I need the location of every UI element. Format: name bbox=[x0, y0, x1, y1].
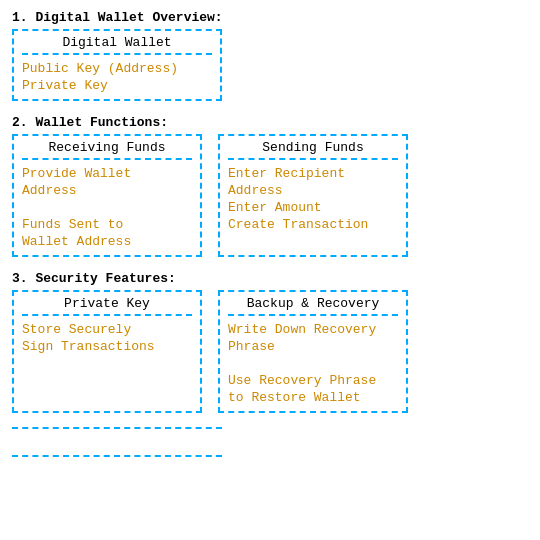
br-line-2: Phrase bbox=[228, 339, 398, 354]
digital-wallet-title: Digital Wallet bbox=[22, 35, 212, 55]
private-key-box: Private Key Store Securely Sign Transact… bbox=[12, 290, 202, 413]
rf-line-3 bbox=[22, 200, 192, 215]
rf-line-2: Address bbox=[22, 183, 192, 198]
br-line-5: to Restore Wallet bbox=[228, 390, 398, 405]
pk-line-1: Store Securely bbox=[22, 322, 192, 337]
private-key-title: Private Key bbox=[22, 296, 192, 316]
section-2-boxes: Receiving Funds Provide Wallet Address F… bbox=[12, 134, 528, 257]
backup-recovery-title: Backup & Recovery bbox=[228, 296, 398, 316]
page-content: 1. Digital Wallet Overview: Digital Wall… bbox=[12, 10, 528, 457]
sf-line-4: Create Transaction bbox=[228, 217, 398, 232]
sending-funds-title: Sending Funds bbox=[228, 140, 398, 160]
receiving-funds-box: Receiving Funds Provide Wallet Address F… bbox=[12, 134, 202, 257]
digital-wallet-content: Public Key (Address) Private Key bbox=[22, 59, 212, 93]
section-3: 3. Security Features: Private Key Store … bbox=[12, 271, 528, 413]
bottom-dashed-area bbox=[12, 427, 222, 457]
receiving-funds-title: Receiving Funds bbox=[22, 140, 192, 160]
section-2: 2. Wallet Functions: Receiving Funds Pro… bbox=[12, 115, 528, 257]
section-1: 1. Digital Wallet Overview: Digital Wall… bbox=[12, 10, 528, 101]
rf-line-5: Wallet Address bbox=[22, 234, 192, 249]
sf-line-2: Address bbox=[228, 183, 398, 198]
section-2-title: 2. Wallet Functions: bbox=[12, 115, 528, 130]
sf-line-1: Enter Recipient bbox=[228, 166, 398, 181]
backup-recovery-content: Write Down Recovery Phrase Use Recovery … bbox=[228, 320, 398, 405]
receiving-funds-content: Provide Wallet Address Funds Sent to Wal… bbox=[22, 164, 192, 249]
section-3-boxes: Private Key Store Securely Sign Transact… bbox=[12, 290, 528, 413]
br-line-1: Write Down Recovery bbox=[228, 322, 398, 337]
private-key-content: Store Securely Sign Transactions bbox=[22, 320, 192, 354]
line-public-key: Public Key (Address) bbox=[22, 61, 212, 76]
br-line-3 bbox=[228, 356, 398, 371]
sending-funds-box: Sending Funds Enter Recipient Address En… bbox=[218, 134, 408, 257]
digital-wallet-box: Digital Wallet Public Key (Address) Priv… bbox=[12, 29, 222, 101]
sending-funds-content: Enter Recipient Address Enter Amount Cre… bbox=[228, 164, 398, 232]
sf-line-3: Enter Amount bbox=[228, 200, 398, 215]
br-line-4: Use Recovery Phrase bbox=[228, 373, 398, 388]
section-1-title: 1. Digital Wallet Overview: bbox=[12, 10, 528, 25]
backup-recovery-box: Backup & Recovery Write Down Recovery Ph… bbox=[218, 290, 408, 413]
rf-line-1: Provide Wallet bbox=[22, 166, 192, 181]
line-private-key: Private Key bbox=[22, 78, 212, 93]
pk-line-2: Sign Transactions bbox=[22, 339, 192, 354]
section-3-title: 3. Security Features: bbox=[12, 271, 528, 286]
section-1-boxes: Digital Wallet Public Key (Address) Priv… bbox=[12, 29, 528, 101]
rf-line-4: Funds Sent to bbox=[22, 217, 192, 232]
